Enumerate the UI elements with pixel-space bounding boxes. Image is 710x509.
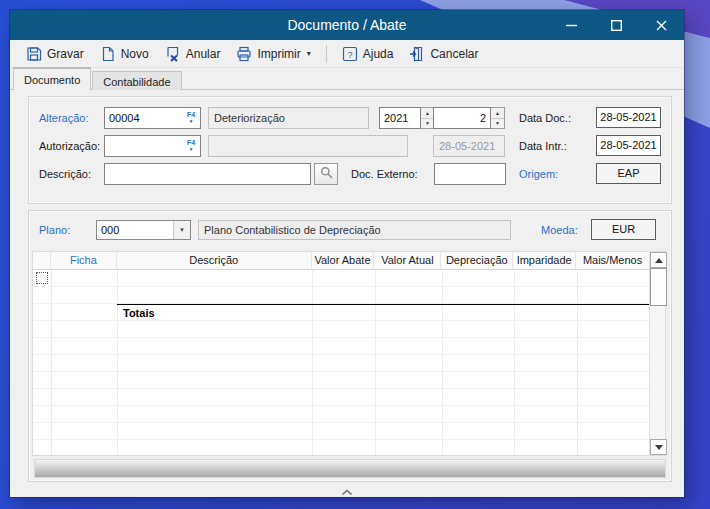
row-selector-header[interactable] (33, 252, 51, 269)
tab-contabilidade-label: Contabilidade (103, 76, 170, 88)
alteracao-label: Alteração: (39, 107, 89, 129)
minimize-icon (566, 20, 577, 31)
origem-field: EAP (596, 163, 661, 184)
descricao-input[interactable] (104, 163, 311, 185)
col-imparidade[interactable]: Imparidade (513, 252, 576, 269)
titlebar[interactable]: Documento / Abate (10, 10, 684, 40)
scroll-down-icon (655, 445, 663, 450)
abate-grid: Ficha Descrição Valor Abate Valor Atual … (32, 251, 666, 456)
plano-grid-group: Plano: 000 ▼ Plano Contabilistico de Dep… (28, 210, 672, 482)
scroll-down-button[interactable] (650, 439, 667, 455)
search-icon (320, 165, 333, 183)
desktop-background: Documento / Abate (0, 0, 710, 509)
number-input[interactable] (433, 107, 491, 129)
grid-area[interactable]: Ficha Descrição Valor Abate Valor Atual … (33, 252, 649, 455)
data-doc-field[interactable]: 28-05-2021 (596, 107, 661, 128)
scroll-up-icon (655, 258, 663, 263)
grid-vline (375, 270, 376, 455)
maximize-icon (611, 20, 622, 31)
autorizacao-description-field (208, 135, 408, 157)
anular-button[interactable]: Anular (157, 42, 229, 66)
cancel-document-icon (165, 46, 181, 62)
minimize-button[interactable] (549, 10, 594, 40)
totals-divider (117, 304, 649, 305)
number-spinner-buttons[interactable]: ▲ ▼ (491, 107, 505, 129)
year-input[interactable] (379, 107, 421, 129)
moeda-field: EUR (591, 219, 656, 240)
ajuda-label: Ajuda (363, 47, 394, 61)
toolbar-separator (326, 45, 327, 63)
grid-vline (312, 270, 313, 455)
documento-tab-page: Alteração: F4▾ Deteriorização ▲ ▼ ▲ (10, 90, 684, 497)
ajuda-button[interactable]: ? Ajuda (334, 42, 402, 66)
close-button[interactable] (639, 10, 684, 40)
vertical-scrollbar[interactable] (649, 252, 665, 455)
moeda-label: Moeda: (541, 220, 578, 240)
chevron-up-icon (341, 482, 353, 500)
plano-description-field: Plano Contabilistico de Depreciação (198, 220, 511, 240)
scroll-up-button[interactable] (650, 252, 667, 268)
plano-combobox-value: 000 (97, 221, 173, 239)
col-valor-atual[interactable]: Valor Atual (374, 252, 441, 269)
exit-door-icon (409, 46, 425, 62)
col-valor-abate[interactable]: Valor Abate (312, 252, 375, 269)
doc-externo-label: Doc. Externo: (351, 163, 418, 185)
spin-up-icon[interactable]: ▲ (491, 108, 504, 118)
combo-caret-icon[interactable]: ▼ (173, 221, 190, 239)
bottom-status-bar (34, 459, 666, 478)
imprimir-button[interactable]: Imprimir ▾ (228, 42, 318, 66)
gravar-label: Gravar (47, 47, 84, 61)
col-mais-menos[interactable]: Mais/Menos (576, 252, 649, 269)
maximize-button[interactable] (594, 10, 639, 40)
alteracao-f4-lookup-icon[interactable]: F4▾ (184, 109, 198, 127)
col-descricao[interactable]: Descrição (117, 252, 312, 269)
year-spinner[interactable]: ▲ ▼ (379, 107, 435, 129)
plano-combobox[interactable]: 000 ▼ (96, 220, 191, 240)
grid-vline (51, 270, 52, 455)
col-ficha[interactable]: Ficha (51, 252, 117, 269)
printer-icon (236, 46, 252, 62)
novo-label: Novo (121, 47, 149, 61)
collapse-handle[interactable] (10, 486, 684, 496)
spin-down-icon[interactable]: ▼ (491, 118, 504, 129)
col-depreciacao[interactable]: Depreciação (441, 252, 513, 269)
tab-strip: Documento Contabilidade (10, 68, 684, 90)
document-fields-group: Alteração: F4▾ Deteriorização ▲ ▼ ▲ (28, 96, 672, 204)
descricao-label: Descrição: (39, 163, 91, 185)
app-window: Documento / Abate (10, 10, 684, 497)
imprimir-dropdown-caret-icon: ▾ (307, 49, 311, 58)
autorizacao-f4-lookup-icon[interactable]: F4▾ (184, 137, 198, 155)
grid-vline (442, 270, 443, 455)
plano-label: Plano: (39, 220, 70, 240)
imprimir-label: Imprimir (257, 47, 300, 61)
window-controls (549, 10, 684, 40)
number-spinner[interactable]: ▲ ▼ (433, 107, 505, 129)
totals-label: Totais (123, 307, 155, 319)
descricao-search-button[interactable] (314, 163, 338, 185)
current-row-marker[interactable] (36, 272, 48, 284)
novo-button[interactable]: Novo (92, 42, 157, 66)
grid-vline (514, 270, 515, 455)
toolbar: Gravar Novo Anular (10, 40, 684, 68)
cancelar-label: Cancelar (430, 47, 478, 61)
tab-contabilidade[interactable]: Contabilidade (92, 71, 181, 90)
grid-vline (577, 270, 578, 455)
new-document-icon (100, 46, 116, 62)
doc-externo-input[interactable] (434, 163, 506, 185)
grid-body[interactable]: Totais (33, 270, 649, 455)
svg-text:?: ? (347, 49, 352, 59)
scrollbar-thumb[interactable] (650, 268, 667, 306)
help-icon: ? (342, 46, 358, 62)
data-intr-label: Data Intr.: (519, 135, 567, 157)
origem-label: Origem: (519, 163, 558, 185)
alteracao-description-field: Deteriorização (208, 107, 369, 129)
data-intr-field[interactable]: 28-05-2021 (596, 135, 661, 156)
cancelar-button[interactable]: Cancelar (401, 42, 486, 66)
grid-vline (117, 270, 118, 455)
gravar-button[interactable]: Gravar (18, 42, 92, 66)
tab-documento[interactable]: Documento (13, 67, 91, 90)
save-icon (26, 46, 42, 62)
autorizacao-date-field: 28-05-2021 (433, 135, 505, 157)
anular-label: Anular (186, 47, 221, 61)
close-icon (656, 20, 667, 31)
